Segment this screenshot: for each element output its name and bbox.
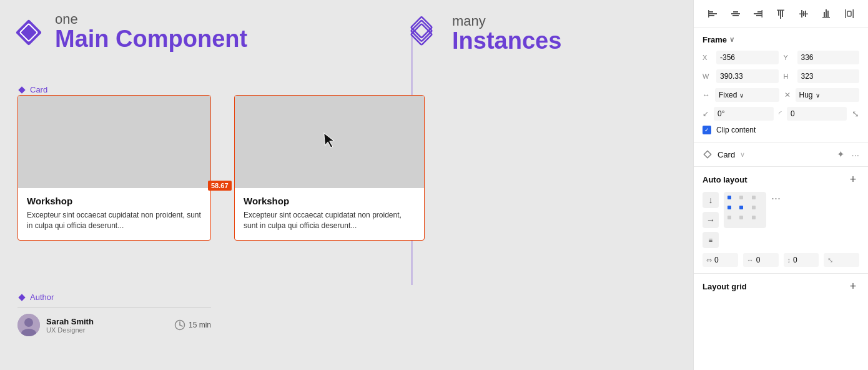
instances-label-large: Instances bbox=[452, 28, 561, 54]
auto-layout-title: Auto layout bbox=[703, 175, 747, 184]
pad-h-field[interactable]: ↔ 0 bbox=[743, 253, 779, 267]
corner-icon: ◜ bbox=[779, 109, 782, 118]
layout-grid-section: Layout grid + bbox=[694, 274, 868, 299]
svg-rect-24 bbox=[778, 11, 779, 16]
svg-rect-31 bbox=[799, 13, 808, 14]
component-row[interactable]: Card ∨ ✦ ··· bbox=[694, 142, 868, 167]
card-main[interactable]: Workshop Excepteur sint occaecat cupidat… bbox=[17, 95, 211, 241]
svg-rect-32 bbox=[824, 12, 825, 17]
card-instance-image bbox=[235, 96, 424, 188]
gap-field[interactable]: ⇔ 0 bbox=[703, 253, 738, 267]
clip-checkbox[interactable]: ✓ bbox=[703, 126, 711, 134]
right-panel: Frame ∨ X Y W H ↔ Fixed ∨ ✕ Hu bbox=[693, 0, 868, 370]
component-diamond-icon bbox=[703, 149, 713, 159]
align-dot-tc[interactable] bbox=[739, 196, 743, 199]
frame-section: Frame ∨ X Y W H ↔ Fixed ∨ ✕ Hu bbox=[694, 28, 868, 142]
direction-right-btn[interactable]: → bbox=[703, 212, 719, 228]
align-dot-bl[interactable] bbox=[727, 216, 731, 219]
h-input[interactable] bbox=[797, 69, 860, 83]
svg-point-8 bbox=[24, 318, 33, 327]
pad-v-field[interactable]: ↕ 0 bbox=[784, 253, 819, 267]
hug-dropdown[interactable]: Hug ∨ bbox=[796, 88, 860, 102]
clip-content-row[interactable]: ✓ Clip content bbox=[703, 126, 859, 134]
distribute-icon[interactable] bbox=[842, 6, 857, 21]
component-target-icon[interactable]: ✦ bbox=[837, 149, 845, 160]
svg-rect-19 bbox=[732, 15, 739, 16]
main-label-large: Main Component bbox=[55, 26, 247, 52]
layout-grid-add-btn[interactable]: + bbox=[847, 280, 859, 292]
component-dropdown-icon[interactable]: ∨ bbox=[740, 151, 745, 159]
svg-rect-23 bbox=[762, 10, 763, 18]
layout-grid-header: Layout grid + bbox=[703, 280, 859, 292]
pad-v-value: 0 bbox=[793, 256, 797, 264]
frame-dropdown-icon[interactable]: ∨ bbox=[729, 36, 734, 44]
svg-rect-21 bbox=[754, 13, 762, 14]
canvas: one Main Component many Instances Card bbox=[0, 0, 693, 370]
frame-title: Frame ∨ bbox=[703, 35, 734, 44]
svg-rect-39 bbox=[704, 151, 711, 158]
svg-rect-14 bbox=[708, 13, 717, 14]
author-tag-text: Author bbox=[30, 292, 54, 302]
component-more-icon[interactable]: ··· bbox=[851, 149, 859, 160]
x-input[interactable] bbox=[716, 51, 779, 64]
author-info: Sarah Smith UX Designer bbox=[46, 317, 94, 334]
align-left-icon[interactable] bbox=[705, 6, 720, 21]
align-center-h-icon[interactable] bbox=[728, 6, 743, 21]
alignment-grid[interactable] bbox=[724, 192, 766, 228]
align-dot-br[interactable] bbox=[752, 216, 756, 219]
pad-h-value: 0 bbox=[756, 256, 761, 264]
wh-row: W H bbox=[703, 69, 859, 83]
align-dot-tr[interactable] bbox=[752, 196, 756, 199]
component-tag-label: Card bbox=[17, 85, 47, 94]
svg-rect-27 bbox=[777, 9, 784, 11]
svg-rect-36 bbox=[845, 9, 846, 18]
resize-field[interactable]: ⤡ bbox=[824, 253, 859, 267]
clock-icon bbox=[174, 319, 185, 331]
author-name: Sarah Smith bbox=[46, 317, 94, 326]
card-instance[interactable]: Workshop Excepteur sint occaecat cupidat… bbox=[234, 95, 425, 241]
w-input[interactable] bbox=[716, 69, 779, 83]
align-top-icon[interactable] bbox=[773, 6, 788, 21]
author-left: Sarah Smith UX Designer bbox=[17, 314, 94, 336]
corner-input[interactable] bbox=[787, 107, 847, 121]
angle-input[interactable] bbox=[714, 107, 774, 121]
align-center-v-icon[interactable] bbox=[796, 6, 811, 21]
svg-rect-35 bbox=[822, 17, 830, 18]
hug-cross-icon: ✕ bbox=[784, 91, 791, 99]
align-bottom-icon[interactable] bbox=[819, 6, 834, 21]
card-instance-desc: Excepteur sint occaecat cupidatat non pr… bbox=[244, 210, 415, 231]
direction-buttons: ↓ → ≡ bbox=[703, 192, 719, 248]
align-dot-mr[interactable] bbox=[752, 206, 756, 209]
component-tag-icon bbox=[17, 86, 26, 94]
auto-layout-fields: ⇔ 0 ↔ 0 ↕ 0 ⤡ bbox=[703, 253, 859, 267]
align-dot-bc[interactable] bbox=[739, 216, 743, 219]
svg-rect-33 bbox=[826, 9, 827, 17]
auto-layout-add-btn[interactable]: + bbox=[847, 173, 859, 186]
card-main-body: Workshop Excepteur sint occaecat cupidat… bbox=[18, 188, 210, 240]
fixed-arrow-icon: ↔ bbox=[703, 91, 710, 99]
pad-v-icon: ↕ bbox=[787, 256, 791, 264]
gap-icon: ⇔ bbox=[706, 256, 712, 264]
main-component-label: one Main Component bbox=[10, 12, 247, 52]
svg-rect-38 bbox=[847, 11, 851, 16]
instances-text: many Instances bbox=[452, 14, 561, 54]
fixed-dropdown[interactable]: Fixed ∨ bbox=[715, 88, 779, 102]
align-dot-mc[interactable] bbox=[739, 206, 743, 209]
gap-value: 0 bbox=[714, 256, 719, 264]
align-dot-ml[interactable] bbox=[727, 206, 731, 209]
svg-rect-37 bbox=[852, 9, 854, 18]
svg-rect-0 bbox=[16, 19, 42, 46]
avatar bbox=[17, 314, 40, 336]
y-input[interactable] bbox=[797, 51, 860, 64]
auto-layout-more-icon[interactable]: ··· bbox=[771, 192, 781, 205]
svg-rect-25 bbox=[780, 11, 781, 19]
svg-rect-34 bbox=[827, 11, 829, 17]
align-dot-tl[interactable] bbox=[727, 196, 731, 199]
align-right-icon[interactable] bbox=[751, 6, 766, 21]
auto-layout-controls: ↓ → ≡ ··· bbox=[703, 192, 859, 248]
wrap-btn[interactable]: ≡ bbox=[703, 232, 719, 248]
direction-down-btn[interactable]: ↓ bbox=[703, 192, 719, 208]
pad-h-icon: ↔ bbox=[747, 256, 754, 264]
w-label: W bbox=[703, 72, 711, 80]
h-label: H bbox=[784, 72, 792, 80]
